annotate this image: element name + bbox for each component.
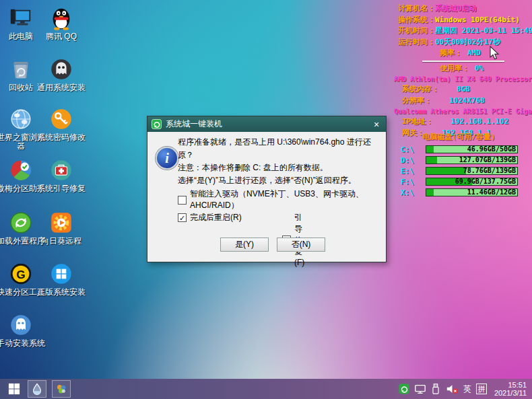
load-external-icon (8, 210, 34, 235)
browser-globe-icon (8, 106, 34, 132)
network-display-icon[interactable] (414, 383, 426, 395)
taskbar-app-tool[interactable] (52, 380, 71, 398)
reboot-label: 完成后重启(R) (190, 212, 242, 223)
disk-usage-panel: 电脑磁盘(可用/容量) C:\ 46.96GB/50GB D:\ 127.07G… (387, 132, 531, 198)
tray-date: 2021/3/11 (494, 389, 527, 397)
recycle-bin-icon (8, 57, 34, 82)
disk-bar: 11.46GB/12GB (426, 188, 518, 196)
onekey-install-dialog: 系统城一键装机 × i 程序准备就绪，是否马上用 U:\360\win764.g… (147, 116, 387, 262)
partition-pie-icon (8, 157, 34, 183)
nic-model-line: Qualcomm Atheros AR8151 PCI-E Gigabit (387, 106, 531, 116)
disk-bar-fill (426, 168, 466, 174)
system-info-panel: 计算机名： 系统城U启动 操作系统： Windows 10PE(64bit) 开… (387, 3, 531, 139)
driver-inject-label: 智能注入驱动（NVME补丁、USB3、网卡驱动、AHCI/RAID） (190, 188, 386, 211)
os-line: 操作系统： Windows 10PE(64bit) (387, 15, 531, 26)
disk-row-f: F:\ 69.9GB/137.75GB (387, 176, 531, 187)
sunflower-remote-icon (48, 210, 74, 235)
desktop-icon-genuine-install[interactable]: 正版系统安装 (36, 261, 86, 297)
windows-logo-icon (48, 261, 74, 287)
disk-row-e: E:\ 78.76GB/139GB (387, 166, 531, 176)
computer-icon (8, 5, 34, 31)
system-tray: 英 拼 15:51 2021/3/11 (399, 381, 532, 397)
reboot-checkbox-row[interactable]: ✓ 完成后重启(R) (178, 212, 242, 223)
taskbar: 英 拼 15:51 2021/3/11 (0, 379, 532, 399)
tray-restore-icon[interactable] (399, 384, 409, 394)
disk-bar: 78.76GB/139GB (426, 167, 518, 175)
desktop-icon-qq[interactable]: 腾讯 QQ (36, 5, 86, 41)
ip-line: IP地址： 192.168.1.102 (387, 116, 531, 128)
windows-start-icon (8, 383, 20, 395)
computer-name-line: 计算机名： 系统城U启动 (387, 3, 531, 15)
disk-row-x: X:\ 11.46GB/12GB (387, 187, 531, 198)
memory-line: 系统内存： 8GB (387, 84, 531, 96)
ime-indicator[interactable]: 拼 (476, 384, 487, 394)
desktop-icon-boot-repair[interactable]: 系统引导修复 (36, 157, 86, 193)
dialog-titlebar[interactable]: 系统城一键装机 × (147, 116, 386, 132)
dialog-line3: 选择“是(Y)”马上进行还原，选择“否(N)”返回程序。 (178, 174, 386, 187)
disk-bar: 69.9GB/137.75GB (426, 178, 518, 186)
disk-bar-fill (426, 146, 434, 153)
desktop-icon-generic-install[interactable]: 通用系统安装 (36, 57, 86, 92)
dialog-line1: 程序准备就绪，是否马上用 U:\360\win764.gho 进行还原？ (178, 136, 386, 161)
disk-bar-fill (426, 157, 437, 164)
colorful-app-icon (55, 382, 68, 396)
driver-inject-checkbox[interactable] (178, 196, 187, 205)
water-drop-icon (30, 382, 44, 396)
options-checkbox-row: ✓ 完成后重启(R) ✓ 引导修复(F) (178, 212, 242, 223)
disk-row-d: D:\ 127.07GB/139GB (387, 155, 531, 166)
resolution-line: 分辨率： 1024X768 (387, 96, 531, 107)
app-logo-icon (152, 119, 162, 129)
disk-bar: 46.96GB/50GB (426, 145, 518, 153)
tray-time: 15:51 (494, 381, 527, 389)
desktop-icon-manual-install[interactable]: 手动安装系统 (0, 312, 46, 348)
dialog-line2: 注意：本操作将删除 C: 盘上的所有数据。 (178, 161, 386, 174)
ghost-blue-icon (8, 312, 34, 338)
uptime-line: 运行时间： 00天00时02分17秒 (387, 37, 531, 48)
boot-time-line: 开机时间： 星期四 2021-03-11 15:49 (387, 26, 531, 37)
diskgenius-icon: G (8, 261, 34, 287)
svg-text:G: G (16, 268, 25, 281)
disk-bar-fill (426, 189, 434, 196)
driver-inject-checkbox-row[interactable]: 智能注入驱动（NVME补丁、USB3、网卡驱动、AHCI/RAID） (178, 188, 386, 211)
close-icon[interactable]: × (371, 119, 382, 130)
tray-clock[interactable]: 15:51 2021/3/11 (494, 381, 527, 397)
mouse-cursor (490, 46, 500, 61)
dialog-body: i 程序准备就绪，是否马上用 U:\360\win764.gho 进行还原？ 注… (147, 132, 386, 262)
cpu-model-line: AMD Athlon(tm) II X4 640 Processor (387, 74, 531, 84)
qq-penguin-icon (48, 5, 74, 31)
start-button[interactable] (6, 381, 22, 397)
ghost-icon (48, 57, 74, 82)
disk-row-c: C:\ 46.96GB/50GB (387, 144, 531, 155)
usb-icon[interactable] (431, 383, 440, 395)
yes-button[interactable]: 是(Y) (220, 238, 269, 252)
desktop-icon-sunflower-remote[interactable]: 向日葵远程 (36, 210, 86, 246)
password-key-icon (48, 106, 74, 132)
desktop-icon-password-modify[interactable]: 系统密码修改 (36, 106, 86, 142)
boot-repair-icon (48, 157, 74, 183)
dialog-title: 系统城一键装机 (166, 118, 371, 130)
desktop: 此电脑 腾讯 QQ 回收站 (0, 0, 532, 399)
reboot-checkbox[interactable]: ✓ (178, 213, 187, 222)
cpu-usage-line: 使用率： 0% (387, 63, 531, 75)
no-button[interactable]: 否(N) (277, 238, 325, 252)
disks-title: 电脑磁盘(可用/容量) (387, 132, 531, 142)
dialog-message: 程序准备就绪，是否马上用 U:\360\win764.gho 进行还原？ 注意：… (178, 136, 386, 187)
speaker-muted-icon[interactable] (445, 383, 459, 395)
info-icon: i (156, 147, 178, 170)
cpu-freq-line: 频率： AMD (387, 48, 531, 59)
taskbar-app-waterdrop[interactable] (28, 380, 46, 398)
language-indicator[interactable]: 英 (463, 384, 471, 395)
disk-bar: 127.07GB/139GB (426, 156, 518, 164)
